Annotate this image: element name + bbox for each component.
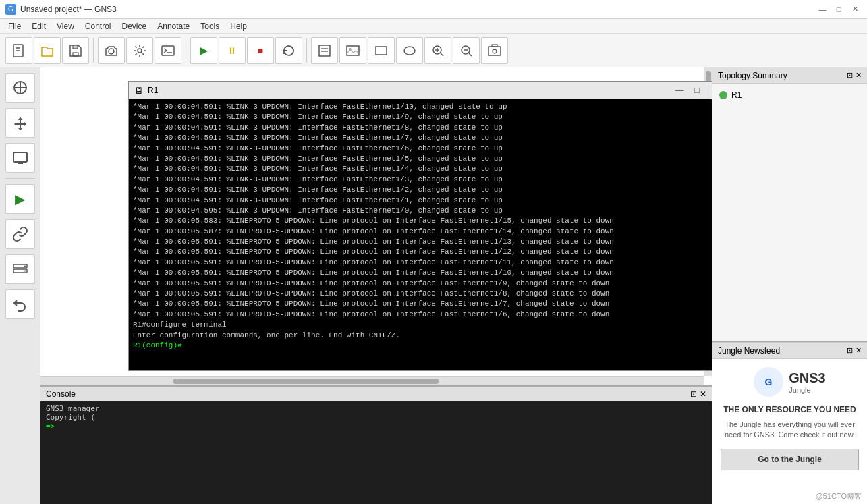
svg-rect-12 <box>347 46 359 55</box>
svg-rect-30 <box>13 152 27 162</box>
stop-all-button[interactable]: ■ <box>247 37 274 64</box>
topology-panel: Topology Summary ⊡ ✕ R1 <box>712 67 867 342</box>
jungle-gns3-label: GNS3 <box>789 370 825 386</box>
toolbar-separator-1 <box>93 38 94 63</box>
console-prompt-line: => <box>46 422 706 430</box>
r1-terminal-window[interactable]: 🖥 R1 — □ ✕ *Mar 1 00:00:04.591: %LINK-3-… <box>128 81 712 371</box>
svg-point-24 <box>493 49 497 53</box>
right-panel: Topology Summary ⊡ ✕ R1 Jungle Newsfeed … <box>712 67 867 504</box>
menu-file[interactable]: File <box>3 20 26 32</box>
annotate-note-button[interactable] <box>311 37 338 64</box>
console-line-1: GNS3 manager <box>46 404 706 413</box>
toolbar: ▶ ⏸ ■ <box>0 34 867 67</box>
console-header: Console ⊡ ✕ <box>40 387 712 401</box>
terminal-icon: 🖥 <box>134 85 144 96</box>
window-title: Unsaved project* — GNS3 <box>20 5 117 14</box>
menu-view[interactable]: View <box>51 20 80 32</box>
device-view-button[interactable] <box>5 143 35 173</box>
console-controls[interactable]: ⊡ ✕ <box>690 389 706 399</box>
move-tool-button[interactable] <box>5 108 35 138</box>
r1-status-indicator <box>719 91 727 99</box>
topology-close-button[interactable]: ✕ <box>856 71 862 80</box>
minimize-button[interactable]: — <box>816 3 829 16</box>
svg-point-36 <box>24 271 26 272</box>
undo-button[interactable] <box>5 289 35 319</box>
jungle-close-button[interactable]: ✕ <box>856 346 862 355</box>
menu-device[interactable]: Device <box>117 20 152 32</box>
topology-header: Topology Summary ⊡ ✕ <box>712 67 867 84</box>
jungle-logo: G GNS3 Jungle <box>754 367 825 397</box>
console-content[interactable]: GNS3 manager Copyright ( => <box>40 401 712 504</box>
console-title: Console <box>46 389 76 399</box>
svg-rect-9 <box>319 45 330 56</box>
r1-close-button[interactable]: ✕ <box>706 84 712 97</box>
svg-rect-23 <box>488 47 501 55</box>
console-close-button[interactable]: ✕ <box>700 389 706 399</box>
svg-point-5 <box>109 49 114 54</box>
r1-window-titlebar: 🖥 R1 — □ ✕ <box>129 82 712 99</box>
zoom-out-button[interactable] <box>453 37 480 64</box>
menu-edit[interactable]: Edit <box>26 20 51 32</box>
jungle-float-button[interactable]: ⊡ <box>847 346 853 355</box>
console-line-2: Copyright ( <box>46 413 706 422</box>
zoom-in-button[interactable] <box>424 37 451 64</box>
jungle-controls[interactable]: ⊡ ✕ <box>847 346 862 355</box>
maximize-button[interactable]: □ <box>832 3 845 16</box>
main-area: ▶ R1 <box>0 67 867 504</box>
r1-maximize-button[interactable]: □ <box>689 84 705 97</box>
console-float-button[interactable]: ⊡ <box>690 389 697 399</box>
menu-control[interactable]: Control <box>80 20 117 32</box>
r1-minimize-button[interactable]: — <box>671 84 688 97</box>
add-ellipse-button[interactable] <box>396 37 423 64</box>
svg-marker-29 <box>14 117 26 130</box>
save-project-button[interactable] <box>62 37 89 64</box>
add-picture-button[interactable] <box>339 37 366 64</box>
preferences-button[interactable] <box>126 37 153 64</box>
menu-tools[interactable]: Tools <box>195 20 225 32</box>
svg-rect-25 <box>492 45 497 47</box>
r1-title-left: 🖥 R1 <box>134 85 158 96</box>
router-list-button[interactable] <box>5 254 35 284</box>
jungle-logo-text: GNS3 Jungle <box>789 370 825 394</box>
console-area: Console ⊡ ✕ GNS3 manager Copyright ( => <box>40 386 712 504</box>
r1-terminal-lines: *Mar 1 00:00:04.591: %LINK-3-UPDOWN: Int… <box>133 102 712 351</box>
add-link-button[interactable] <box>5 219 35 249</box>
reload-all-button[interactable] <box>275 37 302 64</box>
open-project-button[interactable] <box>34 37 61 64</box>
add-rect-button[interactable] <box>368 37 395 64</box>
left-sidebar: ▶ <box>0 67 40 504</box>
snapshot-button[interactable] <box>98 37 125 64</box>
topology-r1-label: R1 <box>731 90 742 100</box>
window-controls[interactable]: — □ ✕ <box>816 3 862 16</box>
topology-float-button[interactable]: ⊡ <box>847 71 853 80</box>
close-button[interactable]: ✕ <box>848 3 862 16</box>
menu-annotate[interactable]: Annotate <box>152 20 195 32</box>
pan-tool-button[interactable] <box>5 73 35 103</box>
canvas-area: R1 <box>40 67 712 504</box>
console-button[interactable] <box>155 37 181 64</box>
topology-controls[interactable]: ⊡ ✕ <box>847 71 862 80</box>
r1-terminal-content[interactable]: *Mar 1 00:00:04.591: %LINK-3-UPDOWN: Int… <box>129 99 712 370</box>
menu-help[interactable]: Help <box>225 20 252 32</box>
watermark: @51CTO博客 <box>816 491 862 501</box>
start-all-button[interactable]: ▶ <box>190 37 217 64</box>
topology-content: R1 <box>712 84 867 107</box>
r1-window-controls[interactable]: — □ ✕ <box>671 84 712 97</box>
screenshot-button[interactable] <box>481 37 508 64</box>
suspend-all-button[interactable]: ⏸ <box>219 37 246 64</box>
topology-item-r1[interactable]: R1 <box>718 89 862 101</box>
gns3-jungle-icon: G <box>754 367 783 397</box>
go-to-jungle-button[interactable]: Go to the Jungle <box>721 449 859 470</box>
jungle-title: Jungle Newsfeed <box>718 346 780 356</box>
svg-point-15 <box>404 47 415 55</box>
svg-rect-7 <box>162 46 174 55</box>
topology-title: Topology Summary <box>718 71 787 80</box>
horizontal-scrollbar[interactable] <box>40 376 704 385</box>
topology-canvas[interactable]: R1 <box>40 67 712 386</box>
new-project-button[interactable] <box>5 37 32 64</box>
menubar: File Edit View Control Device Annotate T… <box>0 19 867 34</box>
jungle-description: The Jungle has everything you will ever … <box>721 420 859 441</box>
play-button[interactable]: ▶ <box>5 184 35 214</box>
svg-rect-4 <box>73 45 78 49</box>
toolbar-separator-2 <box>186 38 186 63</box>
